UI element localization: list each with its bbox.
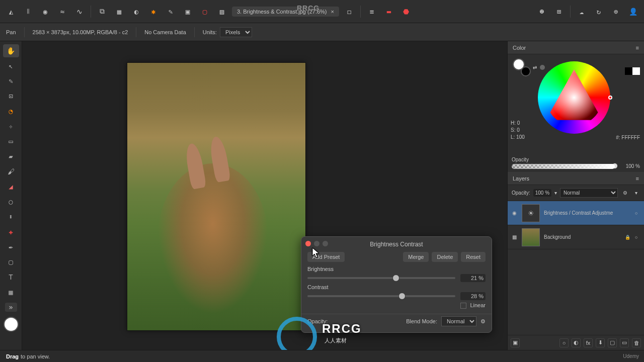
color-picker-tool[interactable]: ✎ <box>3 74 19 87</box>
crop-icon[interactable]: ⧉ <box>95 5 109 19</box>
layer-row[interactable]: ◉ ☀ Brightness / Contrast Adjustme ○ <box>508 201 644 225</box>
persona-liquify-icon[interactable]: ◉ <box>38 5 52 19</box>
dialog-maximize-icon[interactable] <box>323 241 328 246</box>
shape-tool[interactable]: ▢ <box>3 255 19 268</box>
pen-tool[interactable]: ✒ <box>3 240 19 253</box>
arrange-icon[interactable]: ≡ <box>365 5 379 19</box>
top-toolbar: ◭ ⦀ ◉ ≈ ∿ ⧉ ▦ ◐ ✱ ✎ ▣ ▢ ▨ 3. Brightness … <box>0 0 644 23</box>
bw-swatches[interactable] <box>625 67 640 75</box>
flood-tool[interactable]: ▰ <box>3 150 19 163</box>
persona-develop-icon[interactable]: ≈ <box>55 5 69 19</box>
close-tab-icon[interactable]: × <box>331 9 334 15</box>
cloud-icon[interactable]: ☁ <box>575 5 589 19</box>
layer-opacity-field[interactable]: 100 % <box>533 189 551 197</box>
merge-button[interactable]: Merge <box>403 252 429 262</box>
view-mode-icon[interactable]: ◻ <box>342 5 356 19</box>
dialog-settings-icon[interactable]: ⚙ <box>480 318 486 325</box>
align-icon[interactable]: ▬ <box>382 5 396 19</box>
fg-bg-swatch[interactable] <box>513 58 531 76</box>
crop-tool[interactable]: ⊡ <box>3 89 19 103</box>
brightness-slider-handle[interactable] <box>392 275 399 282</box>
clone-tool[interactable]: ⬍ <box>3 210 19 223</box>
layers-footer: ▣ ○ ◐ fx ⬇ ▢ ▭ 🗑 <box>508 335 644 350</box>
selection-brush-tool[interactable]: ◔ <box>3 105 19 118</box>
adjustment-icon[interactable]: ◐ <box>129 5 143 19</box>
linear-label: Linear <box>470 302 486 308</box>
marquee-tool[interactable]: ▭ <box>3 135 19 148</box>
persona-tone-icon[interactable]: ∿ <box>72 5 87 19</box>
layers-panel-header: Layers ≡ <box>508 172 644 185</box>
delete-layer-icon[interactable]: 🗑 <box>632 338 641 347</box>
lock-icon[interactable]: 🔒 <box>625 235 631 240</box>
assistant-icon[interactable]: ☻ <box>535 5 549 19</box>
color-wheel-cursor[interactable] <box>608 96 612 100</box>
auto-icon[interactable]: ✎ <box>164 5 178 19</box>
layer-fx-icon[interactable]: ▾ <box>632 190 640 196</box>
dialog-close-icon[interactable] <box>305 241 311 246</box>
sync-icon[interactable]: ↻ <box>592 5 606 19</box>
dialog-title-bar[interactable]: Brightness Contrast <box>301 237 492 250</box>
account-icon[interactable]: 👤 <box>626 5 640 19</box>
erase-tool[interactable]: ◢ <box>3 180 19 193</box>
snap-icon[interactable]: ⬣ <box>399 5 413 19</box>
color-wheel[interactable] <box>538 61 610 134</box>
contrast-value[interactable]: 28 % <box>460 292 486 300</box>
contrast-slider-handle[interactable] <box>398 293 406 300</box>
status-hint-strong: Drag <box>6 353 19 359</box>
opacity-label: Opacity <box>512 157 640 162</box>
app-logo-icon[interactable]: ◭ <box>4 5 18 19</box>
globe-icon[interactable]: ⊕ <box>609 5 623 19</box>
add-adjustment-icon[interactable]: ◐ <box>572 338 581 347</box>
color-panel-menu-icon[interactable]: ≡ <box>636 45 639 51</box>
text-tool[interactable]: T <box>3 270 19 284</box>
merge-down-icon[interactable]: ⬇ <box>596 338 605 347</box>
brightness-slider[interactable] <box>307 277 455 279</box>
separator <box>91 6 91 18</box>
brightness-value[interactable]: 21 % <box>460 274 486 282</box>
blend-mode-select[interactable]: Normal <box>560 188 618 198</box>
layer-effects-icon[interactable]: ▣ <box>511 338 520 347</box>
expand-tools-icon[interactable]: » <box>5 303 17 312</box>
linear-checkbox[interactable] <box>460 303 466 309</box>
add-preset-button[interactable]: Add Preset <box>307 252 345 262</box>
document-tab[interactable]: 3. Brightness & Contrast.jpg (27.6%) × <box>232 7 339 17</box>
magic-wand-tool[interactable]: ✧ <box>3 120 19 133</box>
visibility-toggle-icon[interactable]: ▦ <box>511 234 518 240</box>
paint-brush-tool[interactable]: 🖌 <box>3 165 19 178</box>
units-select[interactable]: Pixels <box>220 27 252 37</box>
delete-button[interactable]: Delete <box>432 252 458 262</box>
stock-icon[interactable]: ⊞ <box>552 5 566 19</box>
persona-photo-icon[interactable]: ⦀ <box>21 5 35 19</box>
visibility-toggle-icon[interactable]: ◉ <box>511 210 518 216</box>
add-mask-icon[interactable]: ○ <box>559 338 569 347</box>
reset-button[interactable]: Reset <box>461 252 486 262</box>
contrast-slider[interactable] <box>307 295 455 297</box>
deselect-icon[interactable]: ▢ <box>198 5 212 19</box>
swap-colors-icon[interactable]: ⇄ <box>533 65 537 70</box>
dialog-blend-select[interactable]: Normal <box>441 316 476 326</box>
mesh-tool[interactable]: ▦ <box>3 286 19 299</box>
dodge-tool[interactable]: ○ <box>3 195 19 208</box>
resize-icon[interactable]: ▦ <box>112 5 126 19</box>
layer-settings-icon[interactable]: ⚙ <box>621 190 629 196</box>
layer-indicator-icon[interactable]: ○ <box>635 211 641 216</box>
secondary-swatch[interactable] <box>540 65 545 70</box>
color-opacity-value[interactable]: 100 % <box>618 163 640 169</box>
invert-select-icon[interactable]: ▨ <box>215 5 229 19</box>
layer-indicator-icon[interactable]: ○ <box>635 235 641 240</box>
foreground-color-swatch[interactable] <box>4 317 19 332</box>
group-icon[interactable]: ▭ <box>620 338 629 347</box>
hand-tool[interactable]: ✋ <box>3 44 19 57</box>
layer-row[interactable]: ▦ Background 🔒 ○ <box>508 225 644 249</box>
layers-panel-title: Layers <box>513 175 529 182</box>
move-tool[interactable]: ↖ <box>3 59 19 72</box>
select-all-icon[interactable]: ▣ <box>181 5 195 19</box>
layers-panel-menu-icon[interactable]: ≡ <box>636 175 639 182</box>
color-adjust-icon[interactable]: ✱ <box>146 5 160 19</box>
add-layer-icon[interactable]: ▢ <box>608 338 617 347</box>
dialog-minimize-icon[interactable] <box>314 241 319 246</box>
opacity-dropdown-icon[interactable]: ▾ <box>554 190 557 196</box>
healing-tool[interactable]: ✚ <box>3 225 19 238</box>
add-fx-icon[interactable]: fx <box>584 338 593 347</box>
color-opacity-slider[interactable] <box>512 164 615 169</box>
